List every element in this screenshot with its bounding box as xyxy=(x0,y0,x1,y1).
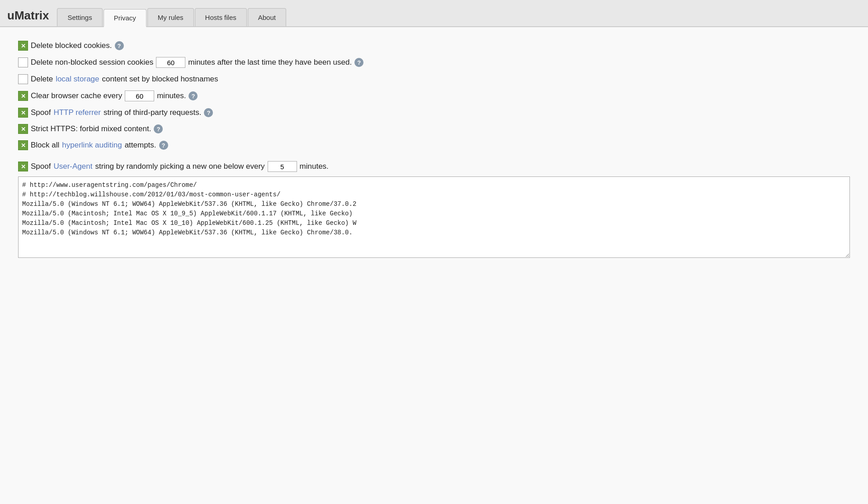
help-icon-delete-blocked-cookies[interactable]: ? xyxy=(115,41,124,50)
checkbox-clear-browser-cache[interactable] xyxy=(18,91,28,101)
link-http-referrer[interactable]: HTTP referrer xyxy=(53,108,101,117)
label-spoof-ua-middle: string by randomly picking a new one bel… xyxy=(95,162,264,171)
help-icon-block-hyperlink-auditing[interactable]: ? xyxy=(159,141,168,150)
checkbox-spoof-user-agent[interactable] xyxy=(18,162,28,171)
option-delete-local-storage: Delete local storage content set by bloc… xyxy=(18,74,850,84)
input-session-cookies-minutes[interactable] xyxy=(156,57,185,68)
option-block-hyperlink-auditing: Block all hyperlink auditing attempts. ? xyxy=(18,140,850,150)
label-strict-https: Strict HTTPS: forbid mixed content. xyxy=(31,124,151,133)
label-block-hyperlink-auditing-before: Block all xyxy=(31,141,59,150)
label-clear-browser-cache-before: Clear browser cache every xyxy=(31,91,122,100)
checkbox-delete-session-cookies[interactable] xyxy=(18,57,28,67)
spoof-ua-section: Spoof User-Agent string by randomly pick… xyxy=(18,161,850,260)
tab-hosts-files[interactable]: Hosts files xyxy=(195,8,247,26)
label-delete-blocked-cookies: Delete blocked cookies. xyxy=(31,41,112,50)
ua-textarea[interactable] xyxy=(18,176,850,258)
tab-about[interactable]: About xyxy=(248,8,286,26)
help-icon-spoof-http-referrer[interactable]: ? xyxy=(204,108,213,117)
tab-privacy[interactable]: Privacy xyxy=(104,9,146,27)
label-spoof-http-referrer-after: string of third-party requests. xyxy=(104,108,201,117)
link-local-storage[interactable]: local storage xyxy=(56,75,99,84)
label-spoof-ua-after: minutes. xyxy=(300,162,329,171)
spoof-ua-row: Spoof User-Agent string by randomly pick… xyxy=(18,161,850,172)
checkbox-block-hyperlink-auditing[interactable] xyxy=(18,140,28,150)
label-spoof-http-referrer-before: Spoof xyxy=(31,108,51,117)
label-block-hyperlink-auditing-after: attempts. xyxy=(125,141,156,150)
option-clear-browser-cache: Clear browser cache every minutes. ? xyxy=(18,90,850,101)
app-title: uMatrix xyxy=(4,0,56,26)
help-icon-clear-browser-cache[interactable]: ? xyxy=(189,91,198,100)
label-spoof-ua-before: Spoof xyxy=(31,162,51,171)
checkbox-strict-https[interactable] xyxy=(18,124,28,134)
app-container: uMatrix Settings Privacy My rules Hosts … xyxy=(0,0,868,504)
input-cache-minutes[interactable] xyxy=(125,90,154,101)
input-ua-minutes[interactable] xyxy=(268,161,297,172)
checkbox-spoof-http-referrer[interactable] xyxy=(18,108,28,118)
help-icon-strict-https[interactable]: ? xyxy=(154,124,163,133)
label-delete-session-cookies-after: minutes after the last time they have be… xyxy=(188,58,352,67)
label-clear-browser-cache-after: minutes. xyxy=(157,91,186,100)
label-delete-local-storage-after: content set by blocked hostnames xyxy=(102,75,218,84)
option-delete-session-cookies: Delete non-blocked session cookies minut… xyxy=(18,57,850,68)
tab-settings[interactable]: Settings xyxy=(57,8,102,26)
help-icon-delete-session-cookies[interactable]: ? xyxy=(354,58,363,67)
label-delete-session-cookies-before: Delete non-blocked session cookies xyxy=(31,58,153,67)
option-delete-blocked-cookies: Delete blocked cookies. ? xyxy=(18,41,850,51)
label-delete-local-storage-before: Delete xyxy=(31,75,53,84)
option-strict-https: Strict HTTPS: forbid mixed content. ? xyxy=(18,124,850,134)
tab-my-rules[interactable]: My rules xyxy=(147,8,194,26)
checkbox-delete-local-storage[interactable] xyxy=(18,74,28,84)
privacy-content: Delete blocked cookies. ? Delete non-blo… xyxy=(0,27,868,280)
link-hyperlink-auditing[interactable]: hyperlink auditing xyxy=(62,141,122,150)
option-spoof-http-referrer: Spoof HTTP referrer string of third-part… xyxy=(18,108,850,118)
link-user-agent[interactable]: User-Agent xyxy=(53,162,92,171)
tab-bar: uMatrix Settings Privacy My rules Hosts … xyxy=(0,0,868,27)
checkbox-delete-blocked-cookies[interactable] xyxy=(18,41,28,51)
